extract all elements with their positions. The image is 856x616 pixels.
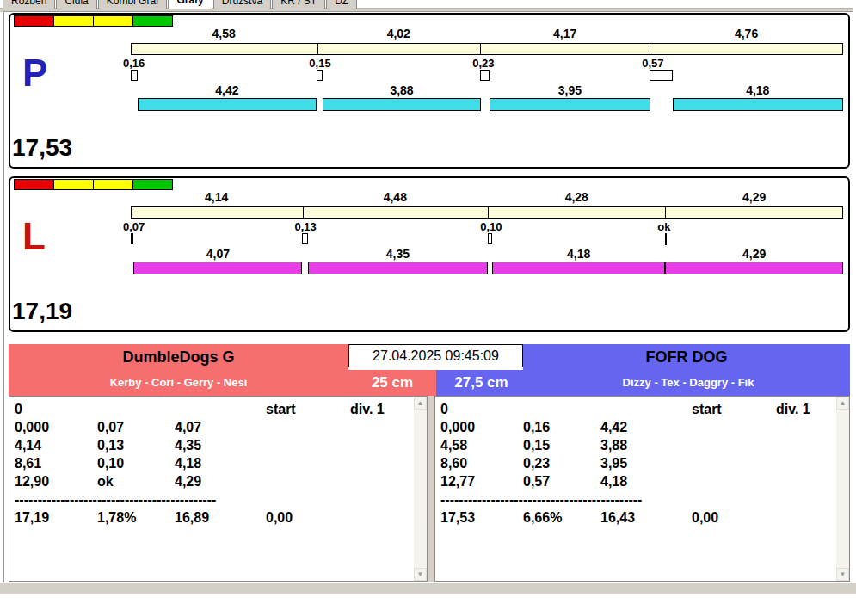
changeover-box bbox=[131, 233, 133, 244]
segment-labels: 4,584,024,174,76 bbox=[131, 27, 843, 41]
table-cell bbox=[175, 400, 266, 418]
run-labels: 4,074,354,184,29 bbox=[131, 247, 843, 261]
scroll-down-icon[interactable]: ▼ bbox=[836, 568, 849, 581]
table-cell: 0,000 bbox=[15, 418, 97, 436]
lane-letter: L bbox=[22, 218, 46, 256]
table-cell: ok bbox=[97, 472, 175, 490]
changeover-boxes bbox=[131, 70, 843, 82]
tab-bar: RozbehČidlaKombi GrafGrafyDružstvaKR / S… bbox=[3, 0, 846, 9]
run-bar bbox=[490, 98, 650, 111]
segment-time: 4,76 bbox=[650, 27, 843, 40]
table-cell: 0,57 bbox=[523, 472, 600, 490]
run-time: 4,29 bbox=[665, 247, 843, 261]
table-cell: 17,53 bbox=[440, 508, 523, 527]
table-cell: 1,78% bbox=[97, 508, 175, 527]
segment-divider bbox=[303, 207, 304, 218]
tab-dru-stva[interactable]: Družstva bbox=[213, 0, 271, 9]
start-light bbox=[132, 179, 173, 190]
changeover-boxes bbox=[131, 233, 843, 245]
scroll-up-icon[interactable]: ▲ bbox=[836, 397, 849, 410]
scroll-up-icon[interactable]: ▲ bbox=[414, 397, 427, 410]
tab-grafy[interactable]: Grafy bbox=[168, 0, 212, 9]
changeover-time: 0,23 bbox=[472, 57, 494, 70]
tab-kr-st[interactable]: KR / ST bbox=[272, 0, 325, 9]
team-left-subheader: Kerby - Cori - Gerry - Nesi 25 cm bbox=[9, 370, 436, 396]
table-separator: ----------------------------------------… bbox=[15, 490, 427, 508]
table-cell: 12,90 bbox=[15, 472, 97, 490]
run-time: 3,95 bbox=[490, 83, 650, 97]
table-cell: 16,43 bbox=[600, 508, 692, 527]
table-row: 0,0000,074,07 bbox=[15, 418, 427, 436]
team-left-results-table: 0startdiv. 10,0000,074,074,140,134,358,6… bbox=[9, 396, 428, 582]
teams-section: DumbleDogs G FOFR DOG Kerby - Cori - Ger… bbox=[9, 344, 850, 582]
start-light bbox=[93, 15, 133, 27]
tab-idla[interactable]: Čidla bbox=[56, 0, 96, 9]
changeover-time: 0,15 bbox=[309, 57, 330, 70]
team-left-dogs: Kerby - Cori - Gerry - Nesi bbox=[9, 370, 348, 396]
table-cell: 8,60 bbox=[440, 454, 523, 472]
run-time: 4,18 bbox=[492, 247, 665, 261]
run-bars bbox=[131, 98, 843, 111]
segment-divider bbox=[650, 44, 650, 54]
changeover-box bbox=[317, 70, 323, 81]
table-cell bbox=[266, 454, 350, 472]
table-right-scrollbar[interactable]: ▲ ▼ bbox=[836, 397, 849, 581]
scroll-down-icon[interactable]: ▼ bbox=[414, 568, 427, 581]
tab-kombi-graf[interactable]: Kombi Graf bbox=[98, 0, 168, 9]
segment-divider bbox=[488, 207, 489, 218]
team-left-name: DumbleDogs G bbox=[9, 344, 348, 370]
changeover-box bbox=[650, 70, 673, 81]
start-light bbox=[53, 179, 94, 190]
table-cell: 3,95 bbox=[600, 454, 692, 472]
start-light bbox=[132, 15, 173, 27]
table-totals-row: 17,191,78%16,890,00 bbox=[15, 508, 427, 527]
tab-rozbeh[interactable]: Rozbeh bbox=[3, 0, 55, 9]
segment-time: 4,28 bbox=[488, 190, 665, 204]
run-time: 3,88 bbox=[323, 83, 480, 97]
start-lights bbox=[14, 15, 172, 27]
table-row: 8,610,104,18 bbox=[15, 454, 427, 472]
start-lights bbox=[14, 179, 172, 190]
start-light bbox=[53, 15, 94, 27]
table-cell: 0,000 bbox=[440, 418, 523, 436]
table-totals-row: 17,536,66%16,430,00 bbox=[440, 508, 849, 527]
segment-divider bbox=[480, 44, 481, 54]
segment-time: 4,02 bbox=[317, 27, 480, 40]
table-cell: 4,29 bbox=[175, 472, 266, 490]
table-cell: 8,61 bbox=[15, 454, 97, 472]
table-cell: 0 bbox=[440, 400, 523, 418]
changeover-labels: 0,070,130,10ok bbox=[131, 220, 843, 232]
team-right-name: FOFR DOG bbox=[523, 344, 850, 370]
table-cell: 3,88 bbox=[600, 436, 692, 454]
table-cell: 0,15 bbox=[523, 436, 600, 454]
changeover-time: ok bbox=[657, 220, 670, 233]
table-cell: 0,10 bbox=[97, 454, 175, 472]
table-cell: 4,42 bbox=[600, 418, 692, 436]
table-header-row: 0startdiv. 1 bbox=[15, 400, 427, 418]
run-bar bbox=[323, 98, 480, 111]
table-cell: 4,18 bbox=[175, 454, 266, 472]
table-cell bbox=[692, 418, 776, 436]
lane-chart: 4,144,484,284,29 0,070,130,10ok 4,074,35… bbox=[131, 190, 843, 289]
segment-time: 4,17 bbox=[480, 27, 650, 40]
table-cell: 17,19 bbox=[15, 508, 97, 527]
changeover-time: 0,16 bbox=[123, 57, 145, 70]
run-time: 4,18 bbox=[673, 83, 842, 97]
table-left-scrollbar[interactable]: ▲ ▼ bbox=[414, 397, 427, 581]
changeover-box bbox=[488, 233, 492, 244]
table-cell bbox=[266, 436, 350, 454]
segment-bar bbox=[131, 206, 843, 219]
lane-chart: 4,584,024,174,76 0,160,150,230,57 4,423,… bbox=[131, 27, 843, 126]
table-row: 12,90ok4,29 bbox=[15, 472, 427, 490]
table-row: 0,0000,164,42 bbox=[440, 418, 849, 436]
table-cell: 4,35 bbox=[175, 436, 266, 454]
table-cell bbox=[266, 418, 350, 436]
table-cell: 0,16 bbox=[523, 418, 600, 436]
changeover-box bbox=[131, 70, 138, 81]
table-cell: 0,13 bbox=[97, 436, 175, 454]
table-cell: 0 bbox=[15, 400, 97, 418]
changeover-time: 0,13 bbox=[294, 220, 316, 233]
tab-dz[interactable]: DZ bbox=[326, 0, 357, 9]
table-cell: start bbox=[266, 400, 350, 418]
run-bars bbox=[131, 262, 843, 274]
